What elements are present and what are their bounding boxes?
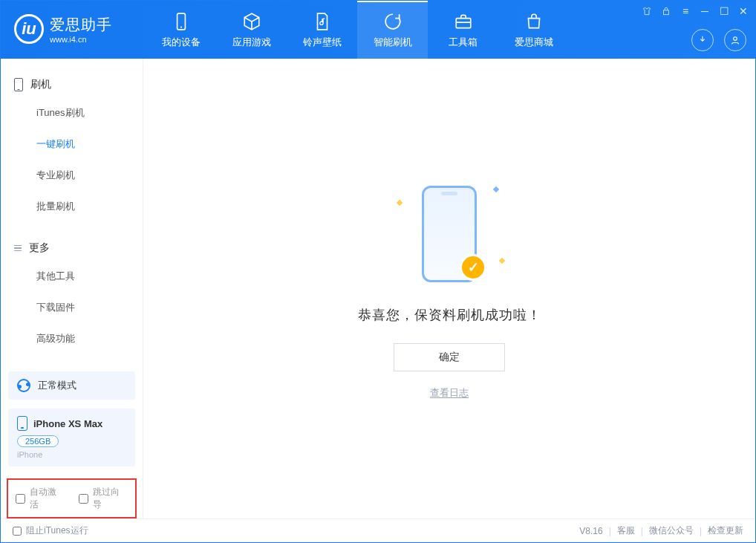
sidebar-item-batch-flash[interactable]: 批量刷机 (1, 191, 143, 222)
phone-small-icon (14, 78, 23, 91)
maximize-button[interactable]: ☐ (718, 5, 730, 17)
body: 刷机 iTunes刷机 一键刷机 专业刷机 批量刷机 更多 其他工具 下载固件 … (1, 59, 755, 518)
phone-small-icon (17, 416, 27, 431)
check-badge-icon: ✓ (460, 254, 486, 281)
svg-point-1 (180, 27, 181, 28)
footer-right: V8.16 | 客服 | 微信公众号 | 检查更新 (579, 524, 743, 537)
success-message: 恭喜您，保资料刷机成功啦！ (358, 306, 541, 324)
footer: 阻止iTunes运行 V8.16 | 客服 | 微信公众号 | 检查更新 (1, 518, 755, 542)
bag-icon (524, 12, 544, 31)
logo-icon: iu (14, 14, 44, 44)
sidebar: 刷机 iTunes刷机 一键刷机 专业刷机 批量刷机 更多 其他工具 下载固件 … (1, 59, 143, 518)
lock-icon[interactable] (660, 5, 672, 17)
block-itunes-checkbox[interactable]: 阻止iTunes运行 (13, 524, 88, 537)
svg-point-4 (734, 37, 737, 41)
app-url: www.i4.cn (50, 35, 112, 44)
minimize-button[interactable]: ─ (699, 5, 711, 17)
device-card[interactable]: iPhone XS Max 256GB iPhone (8, 409, 135, 466)
skip-guide-checkbox[interactable]: 跳过向导 (79, 486, 128, 511)
wechat-link[interactable]: 微信公众号 (649, 524, 694, 537)
view-log-link[interactable]: 查看日志 (430, 386, 469, 400)
sidebar-item-download-firmware[interactable]: 下载固件 (1, 292, 143, 323)
sidebar-item-other-tools[interactable]: 其他工具 (1, 261, 143, 292)
toolbox-icon (454, 12, 473, 31)
storage-badge: 256GB (17, 435, 59, 447)
main-content: ✓ 恭喜您，保资料刷机成功啦！ 确定 查看日志 (143, 59, 755, 518)
rotate-icon (17, 379, 30, 392)
version-label: V8.16 (579, 526, 602, 536)
nav-apps-games[interactable]: 应用游戏 (216, 1, 287, 59)
list-icon (14, 245, 22, 252)
device-type: iPhone (17, 450, 126, 459)
logo-block[interactable]: iu 爱思助手 www.i4.cn (1, 1, 146, 44)
header-right-icons (691, 29, 746, 51)
mode-label: 正常模式 (38, 379, 76, 392)
phone-icon (172, 12, 191, 31)
svg-rect-2 (456, 19, 471, 28)
options-highlight-box: 自动激活 跳过向导 (7, 478, 137, 518)
sidebar-section-flash: 刷机 (1, 72, 143, 97)
app-name: 爱思助手 (50, 15, 112, 35)
auto-activate-checkbox[interactable]: 自动激活 (16, 486, 65, 511)
nav-ringtone-wallpaper[interactable]: 铃声壁纸 (287, 1, 357, 59)
top-nav: 我的设备 应用游戏 铃声壁纸 智能刷机 工具箱 爱思商城 (146, 1, 569, 59)
svg-rect-3 (664, 10, 669, 15)
sidebar-item-pro-flash[interactable]: 专业刷机 (1, 160, 143, 191)
support-link[interactable]: 客服 (617, 524, 635, 537)
sidebar-section-more: 更多 (1, 235, 143, 261)
ok-button[interactable]: 确定 (394, 343, 505, 371)
sidebar-item-itunes-flash[interactable]: iTunes刷机 (1, 97, 143, 129)
device-name: iPhone XS Max (33, 418, 102, 429)
close-button[interactable]: ✕ (737, 5, 749, 17)
shirt-icon[interactable] (641, 5, 653, 17)
music-file-icon (313, 12, 332, 31)
header: iu 爱思助手 www.i4.cn 我的设备 应用游戏 铃声壁纸 智能刷机 (1, 1, 755, 59)
user-icon[interactable] (724, 29, 746, 51)
window-controls: ≡ ─ ☐ ✕ (641, 5, 749, 17)
nav-my-device[interactable]: 我的设备 (146, 1, 216, 59)
mode-card[interactable]: 正常模式 (8, 371, 135, 400)
app-window: iu 爱思助手 www.i4.cn 我的设备 应用游戏 铃声壁纸 智能刷机 (0, 0, 756, 543)
sidebar-item-oneclick-flash[interactable]: 一键刷机 (1, 129, 143, 160)
success-illustration: ✓ (390, 178, 509, 290)
sidebar-item-advanced[interactable]: 高级功能 (1, 323, 143, 354)
nav-store[interactable]: 爱思商城 (498, 1, 569, 59)
cube-icon (242, 12, 261, 31)
download-icon[interactable] (691, 29, 714, 51)
menu-icon[interactable]: ≡ (680, 5, 691, 17)
nav-toolbox[interactable]: 工具箱 (428, 1, 498, 59)
nav-smart-flash[interactable]: 智能刷机 (357, 1, 428, 59)
check-update-link[interactable]: 检查更新 (708, 524, 743, 537)
refresh-shield-icon (383, 12, 403, 31)
